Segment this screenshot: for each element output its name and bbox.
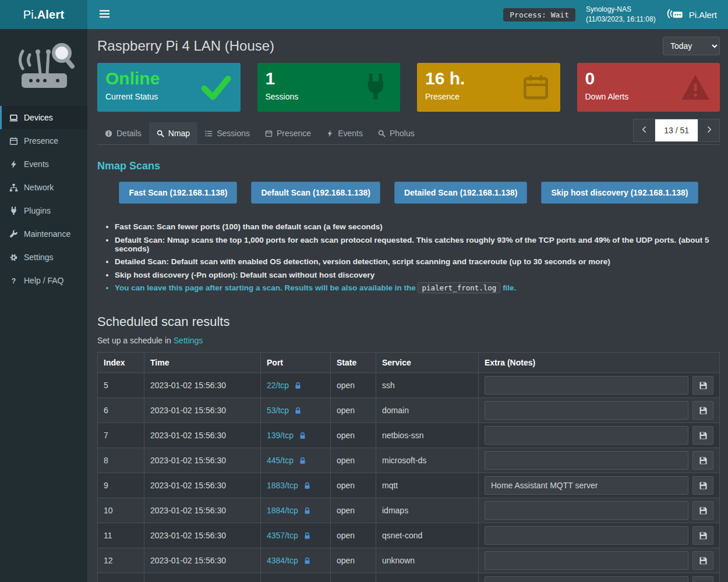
cell-index: 12 [98,548,144,573]
detailed-scan-button[interactable]: Detailed Scan (192.168.1.138) [394,182,528,204]
sidebar-item-presence[interactable]: Presence [0,129,87,152]
column-header-service: Service [376,353,479,373]
svg-text:?: ? [12,276,16,285]
sidebar-item-events[interactable]: Events [0,152,87,176]
cell-index: 6 [98,398,144,423]
hamburger-icon [100,10,109,20]
port-link[interactable]: 139/tcp [267,431,294,440]
scan-result-row: 13 2023-01-02 15:56:30 8123/tcp open pol… [98,573,720,582]
save-note-button[interactable] [692,401,713,420]
port-link[interactable]: 53/tcp [267,406,289,415]
note-input[interactable] [485,376,688,395]
tab-label: Nmap [168,129,190,138]
default-scan-button[interactable]: Default Scan (192.168.1.138) [251,182,380,204]
cell-service: mqtt [376,473,479,498]
lock-icon [294,382,302,389]
port-link[interactable]: 22/tcp [267,381,289,390]
laptop-icon [9,113,19,122]
tabs: Details Nmap Sessions Presence Events Ph… [97,122,422,144]
skip-host-discovery-button[interactable]: Skip host discovery (192.168.1.138) [541,182,698,204]
tab-label: Events [338,129,363,138]
period-select[interactable]: Today [663,37,720,55]
nas-timestamp: (11/03/2023, 16:11:08) [586,15,656,24]
bolt-icon [326,130,334,137]
note-input[interactable] [485,401,688,420]
calendar-icon [265,130,273,137]
table-header-row: IndexTimePortStateServiceExtra (Notes) [98,353,720,373]
network-icon [9,183,19,192]
port-link[interactable]: 1883/tcp [267,481,298,490]
column-header-port: Port [261,353,331,373]
cell-time: 2023-01-02 15:56:30 [144,398,261,423]
search-icon [157,130,164,137]
cell-service: ssh [376,373,479,398]
note-input[interactable] [485,551,688,570]
cell-port: 1883/tcp [261,473,331,498]
tab-label: Details [116,129,142,138]
tab-presence[interactable]: Presence [257,122,319,144]
fast-scan-button[interactable]: Fast Scan (192.168.1.138) [119,182,237,204]
next-device-button[interactable] [698,119,720,142]
cell-extra [479,523,720,548]
plug-icon [9,207,19,215]
save-note-button[interactable] [692,501,713,520]
lock-icon [299,457,306,464]
sidebar-item-label: Help / FAQ [24,276,63,285]
summary-box-sessions: 1 Sessions [257,63,401,112]
save-note-button[interactable] [692,451,713,470]
cell-index: 11 [98,523,144,548]
tab-sessions[interactable]: Sessions [197,122,257,144]
note-input[interactable] [485,451,688,470]
scan-results-table: IndexTimePortStateServiceExtra (Notes) 5… [97,352,720,582]
note-input[interactable] [485,476,688,495]
scan-note-4: Skip host discovery (-Pn option): Defaul… [115,271,720,279]
tab-pholus[interactable]: Pholus [370,122,422,144]
brand-text-pre: Pi [23,8,34,22]
cell-extra [479,548,720,573]
nas-icon [666,7,684,22]
cell-service: polipo [376,573,479,582]
settings-link[interactable]: Settings [174,336,203,345]
cell-port: 445/tcp [261,448,331,473]
sidebar-toggle-button[interactable] [96,6,113,23]
column-header-state: State [331,353,376,373]
cell-port: 8123/tcp [261,573,331,582]
sidebar-item-settings[interactable]: Settings [0,246,87,269]
save-note-button[interactable] [692,376,713,395]
note-input[interactable] [485,576,688,582]
scan-result-row: 6 2023-01-02 15:56:30 53/tcp open domain [98,398,720,423]
save-note-button[interactable] [692,551,713,570]
table-body: 5 2023-01-02 15:56:30 22/tcp open ssh 6 … [98,373,720,582]
sidebar-item-devices[interactable]: Devices [0,106,87,129]
port-link[interactable]: 445/tcp [267,456,294,465]
sidebar-item-network[interactable]: Network [0,176,87,199]
top-navbar: Pi.Alert Process: Wait Synology-NAS (11/… [0,0,728,29]
brand-logo[interactable]: Pi.Alert [0,0,87,29]
sidebar-item-maintenance[interactable]: Maintenance [0,222,87,246]
cell-time: 2023-01-02 15:56:30 [144,373,261,398]
prev-device-button[interactable] [633,119,655,142]
sidebar-item-help-faq[interactable]: ? Help / FAQ [0,269,87,292]
save-note-button[interactable] [692,576,713,582]
user-menu[interactable]: Pi.Alert [666,7,719,22]
note-input[interactable] [485,501,688,520]
note-input[interactable] [485,426,688,445]
sidebar-item-plugins[interactable]: Plugins [0,199,87,222]
tab-events[interactable]: Events [319,122,370,144]
save-note-button[interactable] [692,426,713,445]
port-link[interactable]: 4357/tcp [267,531,298,540]
question-icon: ? [9,276,19,285]
cell-index: 10 [98,498,144,523]
save-note-button[interactable] [692,476,713,495]
note-input[interactable] [485,526,688,545]
save-note-button[interactable] [692,526,713,545]
lock-icon [303,507,311,514]
tab-label: Pholus [390,129,415,138]
cell-extra [479,573,720,582]
cell-time: 2023-01-02 15:56:30 [144,573,261,582]
port-link[interactable]: 1884/tcp [267,506,298,515]
tab-nmap[interactable]: Nmap [149,122,197,144]
tab-details[interactable]: Details [97,122,149,144]
cell-service: microsoft-ds [376,448,479,473]
port-link[interactable]: 4384/tcp [267,556,298,565]
